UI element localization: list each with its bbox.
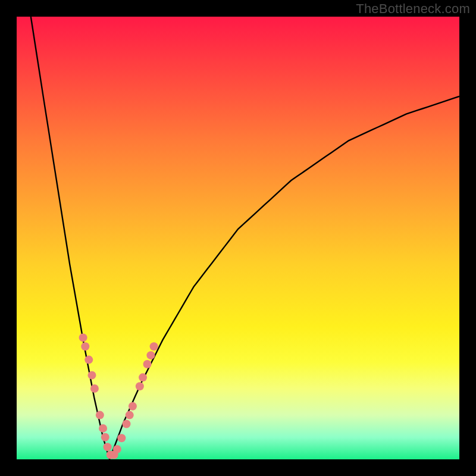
data-point xyxy=(104,443,112,451)
data-point xyxy=(87,371,96,380)
data-point xyxy=(113,445,121,453)
data-point xyxy=(150,342,158,350)
data-point xyxy=(90,384,99,393)
data-point xyxy=(101,433,109,441)
curve-group xyxy=(31,17,459,459)
data-point xyxy=(117,434,126,442)
left-branch-path xyxy=(31,17,109,459)
data-point xyxy=(96,411,104,419)
chart-frame: TheBottleneck.com xyxy=(0,0,476,476)
data-point xyxy=(139,373,147,381)
data-point xyxy=(136,382,144,390)
data-point xyxy=(99,424,107,433)
data-point xyxy=(146,351,155,359)
plot-area xyxy=(17,17,459,459)
data-point xyxy=(129,402,137,411)
chart-svg xyxy=(17,17,459,459)
watermark-text: TheBottleneck.com xyxy=(356,1,470,17)
data-point xyxy=(79,333,87,342)
data-point xyxy=(84,356,93,364)
data-point xyxy=(81,342,89,350)
data-point xyxy=(143,360,151,368)
data-point xyxy=(126,411,134,419)
right-branch-path xyxy=(109,96,459,459)
data-point xyxy=(123,419,131,428)
scatter-group xyxy=(79,333,158,459)
